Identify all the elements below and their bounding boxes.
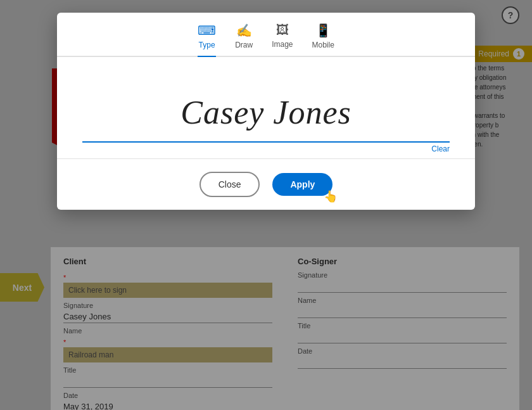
tab-draw-label: Draw bbox=[235, 41, 253, 49]
modal-tabs: ⌨ Type ✍ Draw 🖼 Image 📱 Mobile bbox=[57, 13, 475, 57]
image-icon: 🖼 bbox=[276, 23, 289, 37]
signature-modal: ⌨ Type ✍ Draw 🖼 Image 📱 Mobile Casey Jon… bbox=[57, 13, 475, 210]
signature-preview: Casey Jones bbox=[180, 94, 351, 131]
tab-image[interactable]: 🖼 Image bbox=[272, 23, 293, 56]
modal-overlay: ⌨ Type ✍ Draw 🖼 Image 📱 Mobile Casey Jon… bbox=[0, 0, 532, 410]
apply-button[interactable]: Apply bbox=[272, 173, 332, 196]
close-button[interactable]: Close bbox=[200, 172, 260, 197]
draw-icon: ✍ bbox=[236, 23, 252, 38]
signature-underline bbox=[82, 141, 450, 143]
signature-area: Casey Jones Clear bbox=[57, 57, 475, 158]
clear-link[interactable]: Clear bbox=[431, 144, 450, 153]
tab-draw[interactable]: ✍ Draw bbox=[235, 23, 253, 56]
tab-mobile-label: Mobile bbox=[312, 41, 334, 49]
tab-image-label: Image bbox=[272, 40, 293, 49]
keyboard-icon: ⌨ bbox=[198, 23, 216, 38]
modal-footer: Close Apply 👆 bbox=[57, 158, 475, 210]
tab-type-label: Type bbox=[199, 41, 215, 49]
mobile-icon: 📱 bbox=[315, 23, 331, 38]
tab-mobile[interactable]: 📱 Mobile bbox=[312, 23, 334, 56]
tab-type[interactable]: ⌨ Type bbox=[198, 23, 216, 56]
